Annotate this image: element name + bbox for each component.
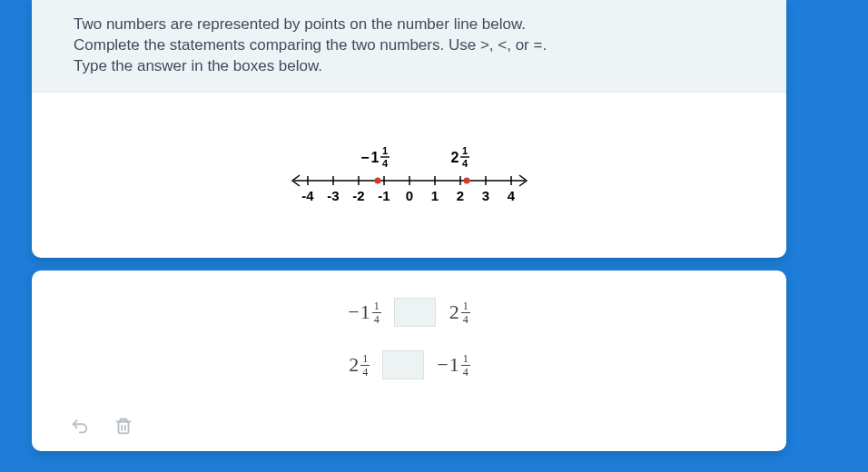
- svg-text:1: 1: [370, 150, 379, 165]
- question-card: Two numbers are represented by points on…: [32, 0, 786, 258]
- svg-text:4: 4: [381, 158, 388, 169]
- comparison-1-input[interactable]: [394, 298, 436, 327]
- comparison-row-1: − 1 1 4 2 1 4: [32, 298, 786, 327]
- svg-text:1: 1: [430, 188, 438, 203]
- svg-text:4: 4: [507, 188, 515, 203]
- svg-text:-3: -3: [327, 188, 339, 203]
- instructions-block: Two numbers are represented by points on…: [32, 0, 786, 93]
- svg-text:-4: -4: [301, 188, 314, 203]
- point-label-pos: 2 1 4: [450, 145, 469, 169]
- point-2-1-4: [463, 177, 469, 183]
- svg-text:2: 2: [456, 188, 463, 203]
- answer-card: − 1 1 4 2 1 4 2 1 4: [32, 270, 786, 451]
- point-label-neg: − 1 1 4: [360, 145, 390, 169]
- svg-text:4: 4: [461, 158, 468, 169]
- svg-text:1: 1: [381, 145, 387, 156]
- comparison-2-input[interactable]: [382, 350, 424, 379]
- point-neg-1-1-4: [374, 177, 380, 183]
- svg-text:1: 1: [461, 145, 467, 156]
- comparison-row-2: 2 1 4 − 1 1 4: [32, 350, 786, 379]
- comparison-1-right: 2 1 4: [449, 300, 470, 325]
- svg-text:-1: -1: [378, 188, 390, 203]
- comparison-2-left: 2 1 4: [348, 353, 370, 378]
- svg-text:3: 3: [481, 188, 488, 203]
- number-line: -4 -3 -2 -1 0 1 2 3 4 − 1 1 4 2: [287, 143, 532, 215]
- instruction-line-3: Type the answer in the boxes below.: [74, 56, 745, 77]
- svg-text:−: −: [360, 150, 369, 165]
- comparison-1-left: − 1 1 4: [348, 300, 380, 325]
- instruction-line-1: Two numbers are represented by points on…: [74, 15, 745, 35]
- svg-text:0: 0: [405, 188, 412, 203]
- answer-toolbar: [70, 417, 133, 437]
- trash-icon[interactable]: [113, 417, 133, 437]
- instruction-line-2: Complete the statements comparing the tw…: [74, 35, 745, 56]
- number-line-container: -4 -3 -2 -1 0 1 2 3 4 − 1 1 4 2: [32, 93, 786, 215]
- svg-text:2: 2: [450, 150, 459, 165]
- undo-icon[interactable]: [70, 417, 90, 437]
- svg-text:-2: -2: [352, 188, 364, 203]
- comparison-2-right: − 1 1 4: [437, 353, 469, 378]
- svg-rect-28: [119, 422, 129, 434]
